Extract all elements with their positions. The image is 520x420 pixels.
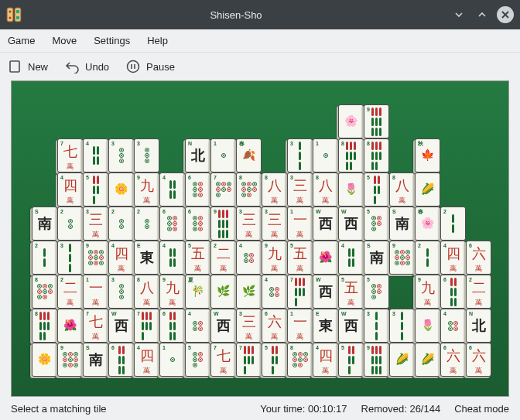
tile-wind-南[interactable]: S南 [364, 241, 389, 275]
tile-char-6[interactable]: 6六萬 [466, 241, 491, 275]
tile-char-3[interactable]: 3三萬 [236, 309, 262, 343]
tile-bam-3[interactable]: 3 [287, 138, 313, 172]
tile-bam-4[interactable]: 4 [338, 241, 364, 275]
tile-wind-西[interactable]: W西 [338, 309, 364, 343]
tile-bam-2[interactable]: 2 [415, 241, 440, 275]
undo-button[interactable]: Undo [65, 60, 109, 73]
tile-dot-6[interactable]: 6 [159, 207, 185, 241]
tile-dot-5[interactable]: 5 [364, 207, 389, 241]
tile-bam-9[interactable]: 9 [210, 207, 236, 241]
tile-wind-北[interactable]: N北 [466, 309, 491, 343]
tile-bam-4[interactable]: 4 [159, 241, 185, 275]
tile-bam-6[interactable]: 6 [108, 343, 134, 377]
tile-bam-5[interactable]: 5 [262, 343, 287, 377]
tile-bam-9[interactable]: 9 [364, 104, 389, 138]
tile-dot-4[interactable]: 4 [185, 309, 210, 343]
tile-wind-西[interactable]: W西 [210, 309, 236, 343]
tile-wind-東[interactable]: E東 [134, 241, 159, 275]
tile-dot-6[interactable]: 6 [185, 172, 210, 207]
tile-dot-4[interactable]: 4 [440, 309, 466, 343]
menu-help[interactable]: Help [147, 35, 168, 46]
tile-char-3[interactable]: 3三萬 [236, 207, 262, 241]
tile-char-2[interactable]: 2二萬 [466, 275, 491, 309]
tile-char-6[interactable]: 6六萬 [262, 309, 287, 343]
tile-bam-4[interactable]: 4 [83, 138, 108, 172]
tile-bam-2[interactable]: 2 [32, 241, 57, 275]
tile-dot-9[interactable]: 9 [83, 241, 108, 275]
menu-game[interactable]: Game [8, 35, 35, 46]
tile-dot-8[interactable]: 8 [236, 172, 262, 207]
tile-char-5[interactable]: 5五萬 [185, 241, 210, 275]
minimize-button[interactable] [450, 6, 467, 23]
tile-bam-7[interactable]: 7 [134, 309, 159, 343]
tile-dot-2[interactable]: 2 [108, 207, 134, 241]
tile-dot-2[interactable]: 2 [57, 207, 83, 241]
tile-bam-7[interactable]: 7 [236, 343, 262, 377]
tile-bam-6[interactable]: 6 [440, 275, 466, 309]
tile-char-4[interactable]: 4四萬 [108, 241, 134, 275]
tile-wind-西[interactable]: W西 [313, 275, 338, 309]
tile-char-4[interactable]: 4四萬 [313, 343, 338, 377]
tile-char-8[interactable]: 8八萬 [389, 172, 415, 207]
tile-bam-5[interactable]: 5 [83, 172, 108, 207]
tile-bam-3[interactable]: 3 [389, 309, 415, 343]
tile-wind-南[interactable]: S南 [83, 343, 108, 377]
tile-char-6[interactable]: 6六萬 [440, 343, 466, 377]
close-button[interactable] [497, 6, 514, 23]
tile-dot-1[interactable]: 1 [210, 138, 236, 172]
tile-char-1[interactable]: 1一萬 [287, 207, 313, 241]
tile-bam-5[interactable]: 5 [338, 343, 364, 377]
tile-wind-南[interactable]: S南 [32, 207, 57, 241]
new-button[interactable]: New [8, 60, 48, 73]
tile-flower-🌷[interactable]: 🌷 [415, 309, 440, 343]
tile-dot-3[interactable]: 3 [108, 138, 134, 172]
tile-dot-2[interactable]: 2 [134, 207, 159, 241]
tile-bam-4[interactable]: 4 [159, 172, 185, 207]
tile-flower-🍂[interactable]: 春🍂 [236, 138, 262, 172]
tile-wind-東[interactable]: E東 [313, 309, 338, 343]
menu-move[interactable]: Move [52, 35, 77, 46]
menu-settings[interactable]: Settings [94, 35, 130, 46]
tile-dot-3[interactable]: 3 [134, 138, 159, 172]
tile-dot-5[interactable]: 5 [185, 343, 210, 377]
tile-dot-9[interactable]: 9 [57, 343, 83, 377]
tile-wind-西[interactable]: W西 [313, 207, 338, 241]
tile-char-8[interactable]: 8八萬 [313, 172, 338, 207]
tile-dot-1[interactable]: 1 [159, 343, 185, 377]
tile-char-2[interactable]: 2二萬 [210, 241, 236, 275]
tile-bam-8[interactable]: 8 [32, 309, 57, 343]
tile-char-5[interactable]: 5五萬 [287, 241, 313, 275]
tile-wind-南[interactable]: S南 [389, 207, 415, 241]
tile-dot-8[interactable]: 8 [287, 343, 313, 377]
tile-char-1[interactable]: 1一萬 [287, 309, 313, 343]
tile-flower-🍁[interactable]: 秋🍁 [415, 138, 440, 172]
tile-char-1[interactable]: 1一萬 [83, 275, 108, 309]
tile-char-5[interactable]: 5五萬 [338, 275, 364, 309]
tile-flower-🌿[interactable]: 🌿 [236, 275, 262, 309]
tile-char-4[interactable]: 4四萬 [134, 343, 159, 377]
tile-wind-西[interactable]: W西 [338, 207, 364, 241]
tile-dot-5[interactable]: 5 [364, 275, 389, 309]
tile-wind-北[interactable]: N北 [185, 138, 210, 172]
tile-char-8[interactable]: 8八萬 [134, 275, 159, 309]
tile-char-6[interactable]: 6六萬 [466, 343, 491, 377]
tile-bam-7[interactable]: 7 [287, 275, 313, 309]
tile-dot-1[interactable]: 1 [313, 138, 338, 172]
tile-wind-西[interactable]: W西 [108, 309, 134, 343]
tile-flower-🌺[interactable]: 🌺 [313, 241, 338, 275]
tile-dot-3[interactable]: 3 [108, 275, 134, 309]
tile-flower-🎋[interactable]: 夏🎋 [185, 275, 210, 309]
tile-flower-🌸[interactable]: 春🌸 [415, 207, 440, 241]
tile-dot-9[interactable]: 9 [389, 241, 415, 275]
tile-flower-🌿[interactable]: 🌿 [210, 275, 236, 309]
tile-bam-8[interactable]: 8 [338, 138, 364, 172]
tile-char-9[interactable]: 9九萬 [134, 172, 159, 207]
tile-dot-7[interactable]: 7 [210, 172, 236, 207]
tile-dot-4[interactable]: 4 [236, 241, 262, 275]
pause-button[interactable]: Pause [126, 60, 175, 73]
tile-dot-6[interactable]: 6 [185, 207, 210, 241]
tile-flower-🌽[interactable]: 🌽 [415, 343, 440, 377]
tile-bam-6[interactable]: 6 [159, 309, 185, 343]
tile-flower-🌽[interactable]: 🌽 [415, 172, 440, 207]
tile-char-4[interactable]: 4四萬 [57, 172, 83, 207]
